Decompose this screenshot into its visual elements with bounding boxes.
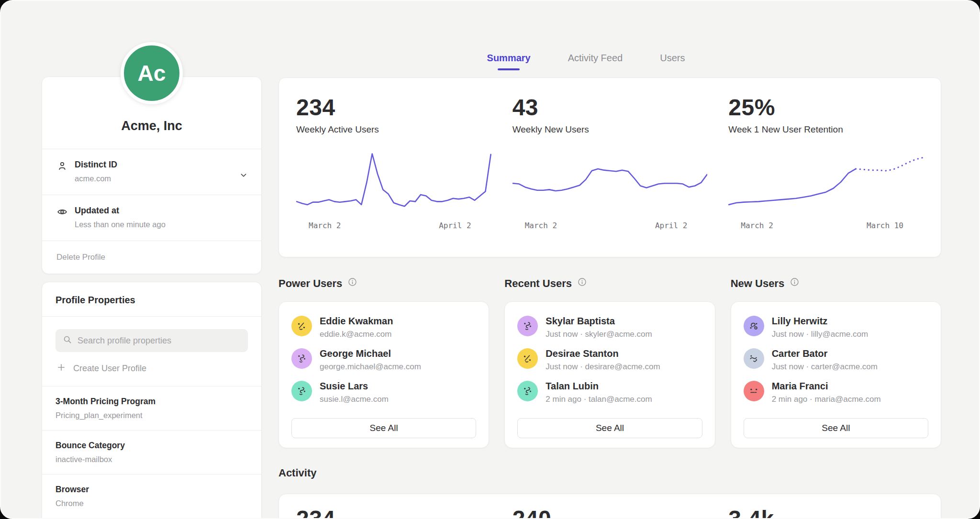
user-meta: Just now · skyler@acme.com	[546, 330, 652, 339]
property-name: Browser	[56, 485, 248, 495]
activity-metric-value: 3.4k	[728, 506, 924, 519]
x-axis-start-label: March 2	[309, 221, 341, 230]
activity-section-title: Activity	[278, 467, 316, 479]
metric-label: Weekly New Users	[512, 124, 708, 135]
power-users-header: Power Users	[278, 277, 489, 290]
create-user-profile-button[interactable]: Create User Profile	[42, 352, 261, 386]
user-row[interactable]: Desirae Stanton Just now · desirare@acme…	[517, 348, 702, 372]
metric-value: 234	[296, 94, 491, 121]
person-icon	[56, 160, 75, 183]
tab-activity-feed[interactable]: Activity Feed	[568, 53, 623, 70]
profile-properties-search[interactable]	[56, 329, 248, 352]
activity-card: 234 240 3.4k	[278, 494, 941, 519]
user-row[interactable]: Lilly Herwitz Just now · lilly@acme.com	[744, 316, 928, 339]
x-axis-end-label: March 10	[867, 221, 903, 230]
company-avatar: Ac	[121, 42, 183, 104]
user-name: Lilly Herwitz	[772, 316, 868, 327]
metric-week1-retention: 25% Week 1 New User Retention March 2 Ma…	[728, 94, 924, 230]
user-row[interactable]: Maria Franci 2 min ago · maria@acme.com	[744, 381, 928, 404]
metric-label: Weekly Active Users	[296, 124, 491, 135]
property-item-browser[interactable]: Browser Chrome	[42, 474, 261, 518]
property-name: 3-Month Pricing Program	[56, 397, 248, 407]
recent-users-header: Recent Users	[504, 277, 715, 290]
updated-at-value: Less than one minute ago	[75, 220, 249, 229]
delete-profile-button[interactable]: Delete Profile	[42, 241, 261, 274]
user-row[interactable]: Eddie Kwakman eddie.k@acme.com	[291, 316, 476, 339]
eye-icon	[56, 206, 75, 229]
new-users-card: Lilly Herwitz Just now · lilly@acme.com …	[731, 301, 941, 448]
retention-sparkline	[728, 144, 924, 217]
user-name: Skylar Baptista	[546, 316, 652, 327]
recent-users-card: Skylar Baptista Just now · skyler@acme.c…	[504, 301, 715, 448]
info-icon[interactable]	[790, 277, 800, 290]
user-row[interactable]: George Michael george.michael@acme.com	[291, 348, 476, 372]
search-input[interactable]	[78, 336, 241, 346]
user-row[interactable]: Susie Lars susie.l@acme.com	[291, 381, 476, 404]
info-icon[interactable]	[577, 277, 587, 290]
user-meta: eddie.k@acme.com	[320, 330, 393, 339]
user-meta: 2 min ago · maria@acme.com	[772, 395, 881, 404]
user-name: George Michael	[320, 348, 421, 359]
user-meta: Just now · carter@acme.com	[772, 362, 878, 372]
search-icon	[62, 334, 73, 347]
user-avatar	[744, 316, 764, 336]
user-name: Carter Bator	[772, 348, 878, 359]
new-users-header: New Users	[731, 277, 941, 290]
profile-properties-card: Profile Properties Create User Profile	[42, 282, 262, 519]
property-item-pricing-program[interactable]: 3-Month Pricing Program Pricing_plan_exp…	[42, 386, 261, 430]
user-meta: susie.l@acme.com	[320, 395, 389, 404]
see-all-button[interactable]: See All	[744, 418, 928, 438]
profile-properties-title: Profile Properties	[42, 282, 261, 317]
user-meta: 2 min ago · talan@acme.com	[546, 395, 652, 404]
power-users-title: Power Users	[278, 277, 342, 290]
power-users-card: Eddie Kwakman eddie.k@acme.com George Mi…	[278, 301, 489, 448]
user-name: Talan Lubin	[546, 381, 652, 392]
x-axis-end-label: April 2	[655, 221, 687, 230]
distinct-id-value: acme.com	[75, 174, 238, 183]
x-axis-start-label: March 2	[525, 221, 557, 230]
info-icon[interactable]	[347, 277, 357, 290]
property-name: Bounce Category	[56, 441, 248, 451]
distinct-id-label: Distinct ID	[75, 160, 238, 170]
property-value: Chrome	[56, 499, 248, 508]
updated-at-row: Updated at Less than one minute ago	[42, 195, 261, 241]
user-avatar	[291, 316, 312, 336]
user-name: Desirae Stanton	[546, 348, 660, 359]
user-section-headers: Power Users Recent Users	[278, 277, 941, 290]
new-users-title: New Users	[731, 277, 785, 290]
property-value: Pricing_plan_experiment	[56, 411, 248, 420]
profile-dashboard-window: Ac Acme, Inc Distinct ID acme.com	[0, 0, 980, 519]
user-name: Susie Lars	[320, 381, 389, 392]
user-avatar	[517, 348, 538, 369]
user-row[interactable]: Talan Lubin 2 min ago · talan@acme.com	[517, 381, 702, 404]
user-cards: Eddie Kwakman eddie.k@acme.com George Mi…	[278, 301, 941, 448]
user-row[interactable]: Carter Bator Just now · carter@acme.com	[744, 348, 928, 372]
weekly-new-users-sparkline	[512, 144, 708, 217]
profile-card: Acme, Inc Distinct ID acme.com	[42, 77, 262, 274]
chevron-down-icon[interactable]	[238, 170, 249, 182]
metric-weekly-new-users: 43 Weekly New Users March 2 April 2	[512, 94, 708, 230]
tab-summary[interactable]: Summary	[487, 53, 531, 70]
x-axis-labels: March 2 March 10	[728, 221, 924, 230]
user-row[interactable]: Skylar Baptista Just now · skyler@acme.c…	[517, 316, 702, 339]
user-avatar	[517, 381, 538, 401]
user-avatar	[744, 348, 764, 369]
metric-label: Week 1 New User Retention	[728, 124, 924, 135]
see-all-button[interactable]: See All	[291, 418, 476, 438]
recent-users-title: Recent Users	[504, 277, 572, 290]
user-avatar	[744, 381, 764, 401]
metric-value: 43	[512, 94, 708, 121]
user-avatar	[517, 316, 538, 336]
user-name: Maria Franci	[772, 381, 881, 392]
tab-users[interactable]: Users	[660, 53, 685, 70]
x-axis-start-label: March 2	[741, 221, 773, 230]
user-name: Eddie Kwakman	[320, 316, 393, 327]
property-item-bounce-category[interactable]: Bounce Category inactive-mailbox	[42, 430, 261, 474]
see-all-button[interactable]: See All	[517, 418, 702, 438]
activity-metric-value: 240	[512, 506, 708, 519]
distinct-id-row[interactable]: Distinct ID acme.com	[42, 149, 261, 195]
activity-metric-value: 234	[296, 506, 491, 519]
metric-weekly-active-users: 234 Weekly Active Users March 2 April 2	[296, 94, 491, 230]
user-meta: george.michael@acme.com	[320, 362, 421, 372]
x-axis-labels: March 2 April 2	[512, 221, 708, 230]
